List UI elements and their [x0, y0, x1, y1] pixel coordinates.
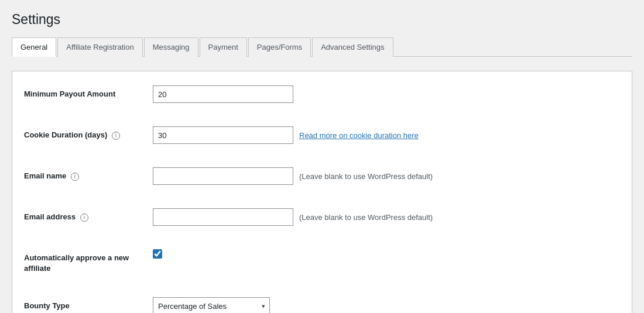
email-name-row: Email name i (Leave blank to use WordPre…	[24, 167, 620, 197]
tab-messaging[interactable]: Messaging	[144, 37, 198, 57]
email-address-input[interactable]	[153, 208, 293, 226]
email-name-label: Email name i	[24, 167, 153, 181]
auto-approve-checkbox-wrapper	[153, 249, 162, 259]
minimum-payout-control	[153, 85, 620, 103]
minimum-payout-input[interactable]	[153, 85, 293, 103]
minimum-payout-row: Minimum Payout Amount	[24, 85, 620, 115]
auto-approve-control	[153, 249, 620, 259]
email-address-control: (Leave blank to use WordPress default)	[153, 208, 620, 226]
cookie-duration-input[interactable]	[153, 126, 293, 144]
email-name-control: (Leave blank to use WordPress default)	[153, 167, 620, 185]
cookie-duration-row: Cookie Duration (days) i Read more on co…	[24, 126, 620, 156]
minimum-payout-label: Minimum Payout Amount	[24, 85, 153, 99]
page-title: Settings	[12, 12, 632, 27]
tab-payment[interactable]: Payment	[200, 37, 247, 57]
bounty-type-select-wrapper: Percentage of Sales Flat Rate ▾	[153, 297, 270, 313]
cookie-duration-control: Read more on cookie duration here	[153, 126, 620, 144]
email-address-info-icon: i	[80, 214, 88, 222]
email-address-row: Email address i (Leave blank to use Word…	[24, 208, 620, 238]
auto-approve-row: Automatically approve a new affiliate	[24, 249, 620, 286]
page-wrapper: Settings General Affiliate Registration …	[0, 0, 644, 313]
settings-content: Minimum Payout Amount Cookie Duration (d…	[12, 71, 632, 313]
email-name-hint: (Leave blank to use WordPress default)	[299, 172, 433, 181]
tabs-container: General Affiliate Registration Messaging…	[12, 37, 632, 57]
email-name-input[interactable]	[153, 167, 293, 185]
email-address-hint: (Leave blank to use WordPress default)	[299, 213, 433, 222]
bounty-type-control: Percentage of Sales Flat Rate ▾	[153, 297, 620, 313]
tab-advanced-settings[interactable]: Advanced Settings	[312, 37, 393, 57]
tab-pages-forms[interactable]: Pages/Forms	[248, 37, 311, 57]
bounty-type-label: Bounty Type	[24, 297, 153, 311]
tab-affiliate-registration[interactable]: Affiliate Registration	[57, 37, 142, 57]
cookie-duration-link[interactable]: Read more on cookie duration here	[299, 131, 419, 140]
bounty-type-row: Bounty Type Percentage of Sales Flat Rat…	[24, 297, 620, 313]
tab-general[interactable]: General	[12, 37, 56, 57]
auto-approve-label: Automatically approve a new affiliate	[24, 249, 153, 274]
bounty-type-select[interactable]: Percentage of Sales Flat Rate	[153, 297, 270, 313]
cookie-duration-info-icon: i	[112, 132, 120, 140]
cookie-duration-label: Cookie Duration (days) i	[24, 126, 153, 140]
auto-approve-checkbox[interactable]	[153, 249, 162, 259]
email-address-label: Email address i	[24, 208, 153, 222]
email-name-info-icon: i	[71, 173, 79, 181]
